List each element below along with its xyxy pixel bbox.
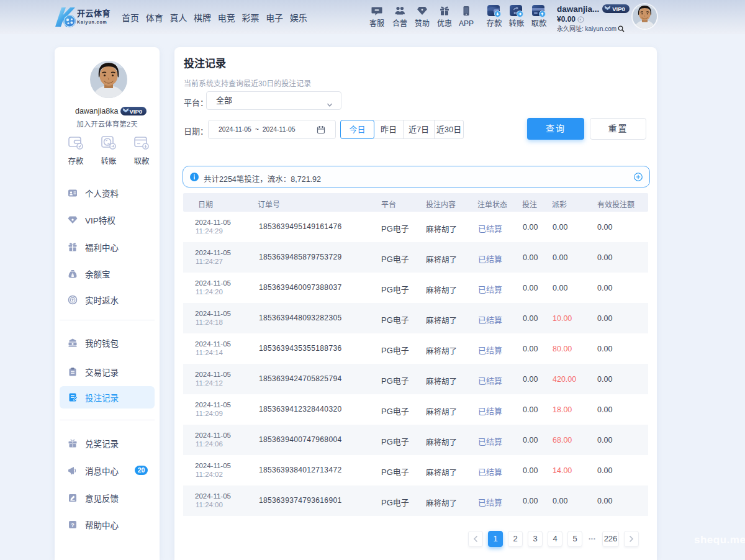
svg-text:?: ? [71,522,74,528]
